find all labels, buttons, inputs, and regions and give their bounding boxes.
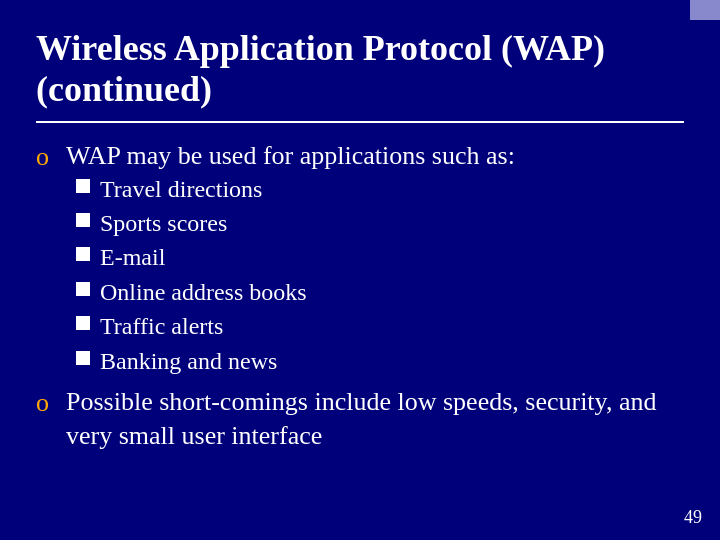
title-line1: Wireless Application Protocol (WAP) bbox=[36, 28, 605, 68]
slide-title: Wireless Application Protocol (WAP) (con… bbox=[36, 28, 684, 111]
content-area: o WAP may be used for applications such … bbox=[36, 139, 684, 520]
sub-item-6: Banking and news bbox=[76, 345, 515, 377]
sub-text-6: Banking and news bbox=[100, 345, 277, 377]
sub-text-4: Online address books bbox=[100, 276, 307, 308]
bullet-1-text: WAP may be used for applications such as… bbox=[66, 141, 515, 170]
bullet-1-content: WAP may be used for applications such as… bbox=[66, 139, 515, 377]
sub-text-5: Traffic alerts bbox=[100, 310, 223, 342]
sub-marker-3 bbox=[76, 247, 90, 261]
bullet-item-1: o WAP may be used for applications such … bbox=[36, 139, 684, 377]
sub-text-3: E-mail bbox=[100, 241, 165, 273]
top-accent-decoration bbox=[690, 0, 720, 20]
sub-list: Travel directions Sports scores E-mail O… bbox=[76, 173, 515, 377]
title-divider bbox=[36, 121, 684, 123]
bullet-item-2: o Possible short-comings include low spe… bbox=[36, 385, 684, 453]
slide-number: 49 bbox=[684, 507, 702, 528]
sub-text-2: Sports scores bbox=[100, 207, 227, 239]
sub-marker-4 bbox=[76, 282, 90, 296]
sub-item-3: E-mail bbox=[76, 241, 515, 273]
sub-marker-1 bbox=[76, 179, 90, 193]
sub-marker-5 bbox=[76, 316, 90, 330]
bullet-marker-2: o bbox=[36, 386, 56, 420]
sub-item-5: Traffic alerts bbox=[76, 310, 515, 342]
sub-item-1: Travel directions bbox=[76, 173, 515, 205]
sub-text-1: Travel directions bbox=[100, 173, 262, 205]
sub-marker-2 bbox=[76, 213, 90, 227]
sub-marker-6 bbox=[76, 351, 90, 365]
sub-item-2: Sports scores bbox=[76, 207, 515, 239]
bullet-marker-1: o bbox=[36, 140, 56, 174]
title-line2: (continued) bbox=[36, 69, 212, 109]
bullet-2-text: Possible short-comings include low speed… bbox=[66, 385, 684, 453]
slide: Wireless Application Protocol (WAP) (con… bbox=[0, 0, 720, 540]
sub-item-4: Online address books bbox=[76, 276, 515, 308]
